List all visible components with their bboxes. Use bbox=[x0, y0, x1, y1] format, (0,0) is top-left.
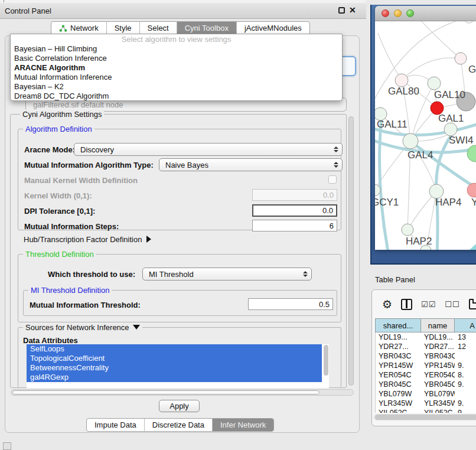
table-row[interactable]: YBR043CYBR043C bbox=[376, 351, 476, 361]
node-label: HAP4 bbox=[435, 197, 461, 208]
manual-kernel-width-label: Manual Kernel Width Definition bbox=[24, 176, 138, 185]
table-row[interactable]: YDL19...YDL19...13 bbox=[376, 332, 476, 342]
network-icon bbox=[59, 25, 67, 32]
mi-threshold-group-title: MI Threshold Definition bbox=[28, 286, 112, 295]
table-row[interactable]: YBL079WYBL079W bbox=[376, 389, 476, 399]
bottom-left-widget bbox=[3, 442, 11, 450]
which-threshold-label: Which threshold to use: bbox=[48, 270, 135, 279]
dropdown-item[interactable]: Dream8 DC_TDC Algorithm bbox=[11, 92, 342, 101]
tab-select[interactable]: Select bbox=[140, 22, 177, 34]
node-swi4[interactable] bbox=[444, 123, 457, 136]
dropdown-item[interactable]: Bayesian – K2 bbox=[11, 82, 342, 92]
tab-network[interactable]: Network bbox=[51, 22, 107, 34]
which-threshold-value: MI Threshold bbox=[149, 270, 194, 279]
table-row[interactable]: YER054CYER054C8. bbox=[376, 370, 476, 380]
node-bright-green[interactable] bbox=[467, 145, 476, 162]
network-window-titlebar[interactable] bbox=[375, 6, 476, 21]
node-label: GAL10 bbox=[434, 89, 465, 100]
kernel-width-input[interactable]: 0.0 bbox=[252, 189, 337, 201]
apply-button[interactable]: Apply bbox=[159, 400, 200, 412]
list-item[interactable]: SelfLoops bbox=[27, 344, 322, 354]
node-label: GAL1 bbox=[438, 113, 464, 124]
kernel-width-label: Kernel Width (0,1): bbox=[24, 191, 92, 200]
aracne-mode-label: Aracne Mode: bbox=[24, 145, 75, 154]
spinner-arrows-icon bbox=[332, 161, 340, 169]
dropdown-item[interactable]: Bayesian – Hill Climbing bbox=[11, 44, 342, 54]
settings-horizontal-scrollbar[interactable] bbox=[11, 389, 354, 396]
table-row[interactable]: YPR145WYPR145W9. bbox=[376, 361, 476, 370]
zoom-traffic-light-icon[interactable] bbox=[406, 9, 414, 17]
dropdown-item[interactable]: Basic Correlation Inference bbox=[11, 54, 342, 63]
settings-vertical-scrollbar[interactable] bbox=[348, 115, 354, 388]
tab-network-label: Network bbox=[70, 24, 99, 32]
mi-threshold-group: MI Threshold Definition Mutual Informati… bbox=[23, 290, 337, 316]
tab-jactivemnodules[interactable]: jActiveMNodules bbox=[237, 22, 309, 34]
network-view-frame[interactable]: GAL GAL80 GAL10 GAL11 GAL1 SWI4 GAL4 GCY… bbox=[370, 5, 476, 265]
float-window-icon[interactable] bbox=[338, 7, 345, 14]
node-gal10[interactable] bbox=[428, 77, 441, 90]
which-threshold-select[interactable]: MI Threshold bbox=[142, 268, 312, 281]
control-panel-tabbar: Network Style Select Cyni Toolbox jActiv… bbox=[51, 21, 310, 35]
list-item[interactable]: BetweennessCentrality bbox=[27, 363, 322, 373]
tab-infer-network[interactable]: Infer Network bbox=[213, 419, 273, 431]
minimize-traffic-light-icon[interactable] bbox=[394, 9, 402, 17]
table-horizontal-scrollbar[interactable] bbox=[374, 414, 476, 420]
column-header-name[interactable]: name bbox=[421, 319, 455, 332]
list-item[interactable]: TopologicalCoefficient bbox=[27, 354, 322, 363]
tab-discretize-data[interactable]: Discretize Data bbox=[145, 419, 213, 431]
table-row[interactable]: YIL052CYIL052C9 bbox=[376, 408, 476, 413]
algorithm-dropdown-list: Select algorithm to view settings Bayesi… bbox=[10, 34, 343, 101]
select-all-checkboxes-icon[interactable]: ☑☑ bbox=[421, 300, 436, 309]
table-row[interactable]: YLR345WYLR345W9. bbox=[376, 399, 476, 408]
node-gal4[interactable] bbox=[403, 133, 418, 149]
hub-tf-definition-label: Hub/Transcription Factor Definition bbox=[24, 235, 142, 244]
mi-threshold-input[interactable]: 0.5 bbox=[248, 298, 333, 310]
tab-impute-data[interactable]: Impute Data bbox=[87, 419, 145, 431]
close-panel-icon[interactable]: ✕ bbox=[349, 5, 356, 15]
table-panel: ⚙ ☑☑ ☐☐ shared... name A YDL19...YDL19..… bbox=[371, 289, 476, 426]
new-table-icon[interactable] bbox=[469, 299, 476, 309]
node-salmon[interactable] bbox=[467, 183, 476, 197]
dpi-tolerance-input[interactable]: 0.0 bbox=[252, 204, 337, 217]
aracne-mode-select[interactable]: Discovery bbox=[74, 143, 343, 156]
network-canvas[interactable]: GAL GAL80 GAL10 GAL11 GAL1 SWI4 GAL4 GCY… bbox=[375, 21, 476, 250]
network-table-combo-value: galFiltered.sif default node bbox=[33, 100, 123, 109]
data-attributes-list[interactable]: SelfLoops TopologicalCoefficient Between… bbox=[27, 344, 329, 388]
dropdown-item[interactable]: Mutual Information Inference bbox=[11, 73, 342, 82]
hub-tf-definition-expander[interactable]: Hub/Transcription Factor Definition bbox=[24, 235, 151, 244]
dpi-tolerance-value: 0.0 bbox=[322, 206, 333, 215]
network-window[interactable]: GAL GAL80 GAL10 GAL11 GAL1 SWI4 GAL4 GCY… bbox=[375, 6, 476, 250]
column-header-shared[interactable]: shared... bbox=[376, 319, 421, 332]
mi-algorithm-type-value: Naive Bayes bbox=[165, 161, 208, 169]
node-label: GAL80 bbox=[388, 86, 419, 97]
column-header-partial[interactable]: A bbox=[455, 319, 476, 332]
gear-icon[interactable]: ⚙ bbox=[382, 299, 392, 310]
node-gal-right[interactable] bbox=[455, 53, 467, 64]
top-tick-mark bbox=[4, 0, 4, 2]
table-panel-titlebar: Table Panel bbox=[369, 271, 476, 288]
node-gal80[interactable] bbox=[395, 74, 408, 87]
cyni-algorithm-settings-title: Cyni Algorithm Settings bbox=[20, 110, 104, 119]
dropdown-item-selected[interactable]: ARACNE Algorithm bbox=[11, 63, 342, 73]
table-header-row: shared... name A bbox=[375, 318, 476, 332]
mi-steps-input[interactable]: 6 bbox=[252, 220, 337, 231]
mi-steps-label: Mutual Information Steps: bbox=[24, 222, 119, 231]
close-traffic-light-icon[interactable] bbox=[382, 9, 389, 17]
list-vertical-scrollbar[interactable] bbox=[323, 344, 329, 388]
mi-algorithm-type-select[interactable]: Naive Bayes bbox=[159, 158, 343, 171]
spinner-arrows-icon bbox=[332, 145, 340, 154]
node-hap2[interactable] bbox=[402, 224, 413, 236]
deselect-all-checkboxes-icon[interactable]: ☐☐ bbox=[445, 300, 459, 309]
tab-style[interactable]: Style bbox=[107, 22, 140, 34]
node[interactable] bbox=[464, 21, 474, 23]
tab-cyni-toolbox[interactable]: Cyni Toolbox bbox=[177, 22, 237, 34]
threshold-definition-title: Threshold Definition bbox=[23, 250, 96, 259]
network-graph: GAL GAL80 GAL10 GAL11 GAL1 SWI4 GAL4 GCY… bbox=[375, 21, 476, 250]
expander-down-arrow-icon bbox=[133, 325, 140, 330]
manual-kernel-width-checkbox[interactable] bbox=[328, 175, 337, 184]
control-panel-titlebar: Control Panel bbox=[0, 3, 366, 19]
table-row[interactable]: YBR045CYBR045C9. bbox=[376, 380, 476, 389]
table-row[interactable]: YDR27...YDR27...12 bbox=[376, 342, 476, 351]
list-item[interactable]: gal4RGexp bbox=[27, 373, 322, 382]
columns-icon[interactable] bbox=[401, 299, 412, 310]
